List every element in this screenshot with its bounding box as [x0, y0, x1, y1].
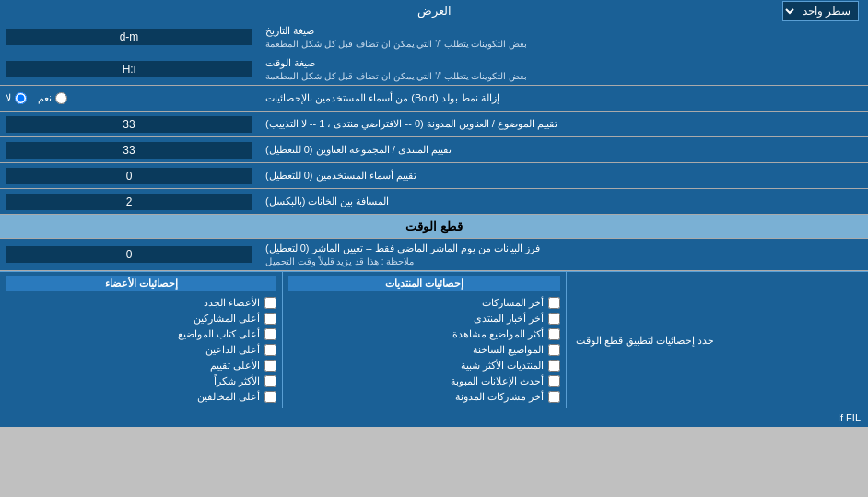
- members-checkbox-col: إحصائيات الأعضاء الأعضاء الجدد أعلى المش…: [0, 272, 283, 408]
- checkbox-members-3: أعلى كتاب المواضيع: [6, 326, 276, 342]
- checkbox-posts-5: المنتديات الأكثر شبية: [288, 358, 559, 373]
- cb-posts-3[interactable]: [548, 328, 560, 340]
- checkbox-members-1: الأعضاء الجدد: [6, 295, 276, 311]
- time-cut-filter-label: فرز البيانات من يوم الماشر الماضي فقط --…: [258, 239, 868, 270]
- time-cut-filter-row: فرز البيانات من يوم الماشر الماضي فقط --…: [0, 239, 868, 271]
- topics-order-row: تقييم الموضوع / العناوين المدونة (0 -- ا…: [0, 112, 868, 137]
- cb-members-4[interactable]: [264, 344, 276, 356]
- cb-posts-2[interactable]: [548, 313, 560, 325]
- cb-posts-4[interactable]: [548, 344, 560, 356]
- main-container: العرض سطر واحد سطرين ثلاثة أسطر صيغة الت…: [0, 0, 868, 427]
- bold-radio-no[interactable]: [15, 92, 27, 104]
- bottom-note: If FIL: [0, 408, 868, 427]
- bold-radio-yes-label: نعم: [38, 92, 67, 104]
- checkbox-members-7: أعلى المخالفين: [6, 389, 276, 405]
- users-order-label: تقييم أسماء المستخدمين (0 للتعطيل): [258, 163, 868, 188]
- forum-order-input[interactable]: [6, 142, 252, 159]
- time-cut-filter-input-container: [0, 239, 258, 270]
- date-format-input[interactable]: [6, 29, 252, 45]
- users-order-input-container: [0, 163, 258, 188]
- bold-remove-radio-container: نعم لا: [0, 86, 258, 111]
- cb-posts-7[interactable]: [548, 391, 560, 403]
- time-format-input-container: [0, 53, 258, 85]
- header-title: العرض: [4, 4, 864, 18]
- cb-members-5[interactable]: [264, 360, 276, 372]
- columns-gap-input[interactable]: [6, 194, 252, 210]
- stats-section: حدد إحصائيات لتطبيق قطع الوقت إحصائيات ا…: [0, 271, 868, 408]
- date-format-input-container: [0, 21, 258, 53]
- cb-posts-1[interactable]: [548, 297, 560, 309]
- checkbox-members-2: أعلى المشاركين: [6, 311, 276, 326]
- cb-members-3[interactable]: [264, 328, 276, 340]
- display-select[interactable]: سطر واحد سطرين ثلاثة أسطر: [782, 1, 859, 21]
- time-format-input[interactable]: [6, 61, 252, 77]
- bold-radio-yes[interactable]: [55, 92, 67, 104]
- topics-order-input-container: [0, 112, 258, 136]
- members-col-title: إحصائيات الأعضاء: [6, 276, 276, 291]
- checkbox-posts-3: أكثر المواضيع مشاهدة: [288, 326, 559, 342]
- topics-order-label: تقييم الموضوع / العناوين المدونة (0 -- ا…: [258, 112, 868, 136]
- forum-order-input-container: [0, 137, 258, 162]
- cb-members-7[interactable]: [264, 391, 276, 403]
- posts-checkbox-col: إحصائيات المنتديات أخر المشاركات أخر أخب…: [283, 272, 566, 408]
- checkbox-cols-wrapper: إحصائيات المنتديات أخر المشاركات أخر أخب…: [0, 272, 567, 408]
- checkbox-posts-1: أخر المشاركات: [288, 295, 559, 311]
- time-format-label: صيغة الوقت بعض التكوينات يتطلب '/' التي …: [258, 53, 868, 85]
- forum-order-row: تقييم المنتدى / المجموعة العناوين (0 للت…: [0, 137, 868, 163]
- time-format-row: صيغة الوقت بعض التكوينات يتطلب '/' التي …: [0, 53, 868, 86]
- time-cut-section-header: قطع الوقت: [0, 215, 868, 239]
- stats-apply-label: حدد إحصائيات لتطبيق قطع الوقت: [567, 272, 868, 408]
- columns-gap-row: المسافة بين الخانات (بالبكسل): [0, 189, 868, 215]
- forum-order-label: تقييم المنتدى / المجموعة العناوين (0 للت…: [258, 137, 868, 162]
- bold-remove-row: إزالة نمط بولد (Bold) من أسماء المستخدمي…: [0, 86, 868, 112]
- checkbox-posts-6: أحدث الإعلانات المبوبة: [288, 373, 559, 389]
- header-row: العرض سطر واحد سطرين ثلاثة أسطر: [0, 0, 868, 21]
- columns-gap-label: المسافة بين الخانات (بالبكسل): [258, 189, 868, 214]
- users-order-row: تقييم أسماء المستخدمين (0 للتعطيل): [0, 163, 868, 189]
- checkbox-posts-4: المواضيع الساخنة: [288, 342, 559, 358]
- time-cut-filter-input[interactable]: [6, 246, 252, 263]
- checkbox-members-6: الأكثر شكراً: [6, 373, 276, 389]
- checkbox-posts-7: أخر مشاركات المدونة: [288, 389, 559, 405]
- cb-posts-6[interactable]: [548, 375, 560, 387]
- columns-gap-input-container: [0, 189, 258, 214]
- topics-order-input[interactable]: [6, 116, 252, 133]
- checkbox-posts-2: أخر أخبار المنتدى: [288, 311, 559, 326]
- users-order-input[interactable]: [6, 168, 252, 184]
- posts-col-title: إحصائيات المنتديات: [288, 276, 559, 291]
- checkbox-members-4: أعلى الداعين: [6, 342, 276, 358]
- date-format-row: صيغة التاريخ بعض التكوينات يتطلب '/' الت…: [0, 21, 868, 53]
- bold-radio-no-label: لا: [6, 92, 27, 104]
- date-format-label: صيغة التاريخ بعض التكوينات يتطلب '/' الت…: [258, 21, 868, 53]
- bold-remove-label: إزالة نمط بولد (Bold) من أسماء المستخدمي…: [258, 86, 868, 111]
- checkbox-members-5: الأعلى تقييم: [6, 358, 276, 373]
- cb-members-2[interactable]: [264, 313, 276, 325]
- cb-members-6[interactable]: [264, 375, 276, 387]
- cb-members-1[interactable]: [264, 297, 276, 309]
- cb-posts-5[interactable]: [548, 360, 560, 372]
